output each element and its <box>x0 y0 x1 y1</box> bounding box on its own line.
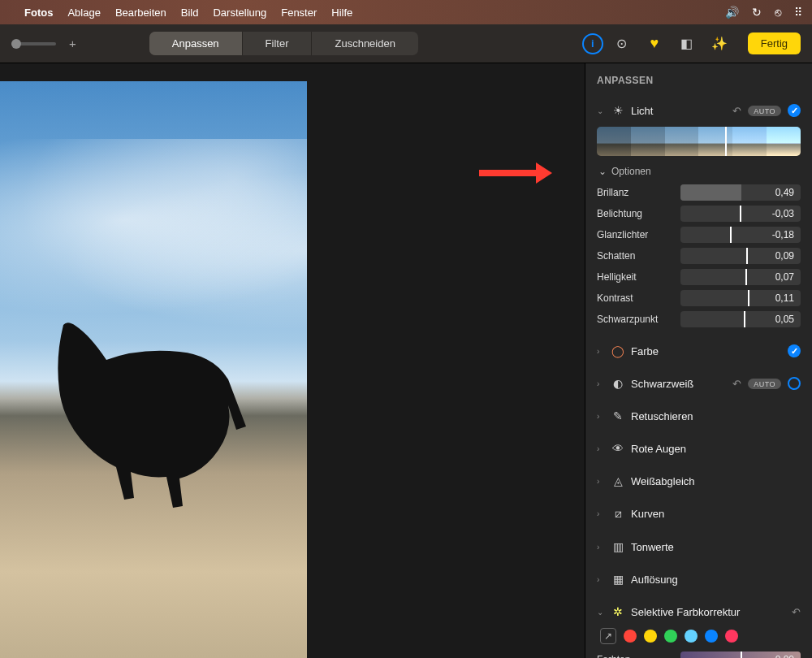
options-label: Optionen <box>611 166 651 177</box>
edit-toolbar: + Anpassen Filter Zuschneiden i ⊙ ♥ ◧ ✨ … <box>0 24 812 63</box>
chevron-down-icon: ⌄ <box>597 608 605 617</box>
chevron-right-icon: › <box>597 412 605 421</box>
bw-circle-icon: ◐ <box>611 377 624 390</box>
chevron-right-icon: › <box>597 477 605 486</box>
swatch-blue[interactable] <box>705 630 718 643</box>
slider-farbton[interactable]: Farbton 0,00 <box>597 649 801 658</box>
panel-toggle[interactable] <box>788 377 801 390</box>
tab-zuschneiden[interactable]: Zuschneiden <box>312 32 417 55</box>
slider-kontrast[interactable]: Kontrast 0,11 <box>597 288 801 309</box>
panel-farbe[interactable]: › ◯ Farbe ✓ <box>597 340 801 362</box>
zoom-in-icon[interactable]: + <box>69 37 76 50</box>
menu-darstellung[interactable]: Darstellung <box>213 6 266 19</box>
chevron-right-icon: › <box>597 444 605 453</box>
panel-weissabgleich[interactable]: › ◬ Weißabgleich <box>597 470 801 492</box>
chevron-right-icon: › <box>597 509 605 518</box>
auto-button[interactable]: AUTO <box>748 106 781 116</box>
chevron-right-icon: › <box>597 543 605 552</box>
clock-icon[interactable]: ↻ <box>752 6 762 19</box>
panel-selektiv-header[interactable]: ⌄ ✲ Selektive Farbkorrektur ↶ <box>597 600 801 623</box>
swatch-cyan[interactable] <box>685 630 698 643</box>
bluetooth-icon[interactable]: ⎋ <box>775 6 781 19</box>
swatch-yellow[interactable] <box>644 630 657 643</box>
reset-icon[interactable]: ↶ <box>732 378 741 390</box>
swatch-red[interactable] <box>624 630 637 643</box>
chevron-down-icon: ⌄ <box>598 166 607 177</box>
more-button[interactable]: ⊙ <box>608 32 636 56</box>
menu-bearbeiten[interactable]: Bearbeiten <box>115 6 166 19</box>
slider-schatten[interactable]: Schatten 0,09 <box>597 245 801 266</box>
favorite-button[interactable]: ♥ <box>641 32 668 56</box>
panel-retuschieren[interactable]: › ✎ Retuschieren <box>597 405 801 427</box>
triangle-icon: ◬ <box>611 474 624 487</box>
panel-rote-augen[interactable]: › 👁 Rote Augen <box>597 437 801 460</box>
svg-marker-1 <box>536 162 552 184</box>
app-name[interactable]: Fotos <box>24 6 53 19</box>
panel-tonwerte[interactable]: › ▥ Tonwerte <box>597 535 801 558</box>
panel-selektive-farbkorrektur: ⌄ ✲ Selektive Farbkorrektur ↶ ↗ Farbton … <box>585 595 812 658</box>
photo-preview <box>0 81 307 658</box>
curves-icon: ⧄ <box>611 507 624 521</box>
resolution-icon: ▦ <box>611 573 624 586</box>
panel-licht: ⌄ ☀ Licht ↶ AUTO ✓ ⌄ Optionen Brillanz 0… <box>585 94 812 335</box>
menu-fenster[interactable]: Fenster <box>281 6 317 19</box>
control-center-icon[interactable]: ⠿ <box>794 6 802 19</box>
menu-hilfe[interactable]: Hilfe <box>331 6 352 19</box>
panel-schwarzweiss[interactable]: › ◐ Schwarzweiß ↶ AUTO <box>597 372 801 395</box>
slider-schwarzpunkt[interactable]: Schwarzpunkt 0,05 <box>597 309 801 330</box>
slider-belichtung[interactable]: Belichtung -0,03 <box>597 203 801 224</box>
chevron-down-icon: ⌄ <box>597 106 605 115</box>
panel-licht-title: Licht <box>631 105 726 117</box>
panel-aufloesung[interactable]: › ▦ Auflösung <box>597 568 801 591</box>
slider-brillanz[interactable]: Brillanz 0,49 <box>597 182 801 203</box>
sun-icon: ☀ <box>611 104 624 117</box>
menu-bild[interactable]: Bild <box>181 6 199 19</box>
eye-icon: 👁 <box>611 442 624 455</box>
done-button[interactable]: Fertig <box>748 32 801 54</box>
zoom-slider[interactable] <box>11 42 56 45</box>
reset-icon[interactable]: ↶ <box>792 606 801 618</box>
chevron-right-icon: › <box>597 379 605 388</box>
color-ring-icon: ◯ <box>611 344 624 357</box>
swatch-green[interactable] <box>664 630 677 643</box>
tab-anpassen[interactable]: Anpassen <box>149 32 243 55</box>
palette-icon: ✲ <box>611 605 624 618</box>
chevron-right-icon: › <box>597 347 605 356</box>
tutorial-arrow <box>479 161 552 185</box>
auto-button[interactable]: AUTO <box>748 379 781 389</box>
menu-ablage[interactable]: Ablage <box>67 6 100 19</box>
options-toggle[interactable]: ⌄ Optionen <box>597 162 801 182</box>
panel-licht-header[interactable]: ⌄ ☀ Licht ↶ AUTO ✓ <box>597 99 801 122</box>
wand-button[interactable]: ✨ <box>706 32 733 56</box>
photo-canvas[interactable] <box>0 63 585 658</box>
adjust-sidebar: ANPASSEN ⌄ ☀ Licht ↶ AUTO ✓ ⌄ Optionen B… <box>585 63 812 658</box>
panel-toggle[interactable]: ✓ <box>788 104 801 117</box>
panel-toggle[interactable]: ✓ <box>788 344 801 357</box>
chevron-right-icon: › <box>597 575 605 584</box>
system-menubar: Fotos Ablage Bearbeiten Bild Darstellung… <box>0 0 812 24</box>
light-preview-marker <box>725 127 727 156</box>
edit-mode-tabs: Anpassen Filter Zuschneiden <box>149 32 418 55</box>
color-swatches: ↗ <box>597 623 801 649</box>
eyedropper-button[interactable]: ↗ <box>600 628 616 644</box>
levels-icon: ▥ <box>611 540 624 553</box>
volume-icon[interactable]: 🔊 <box>725 6 739 19</box>
sidebar-header: ANPASSEN <box>585 63 812 94</box>
slider-helligkeit[interactable]: Helligkeit 0,07 <box>597 266 801 288</box>
panel-kurven[interactable]: › ⧄ Kurven <box>597 502 801 526</box>
workspace: ANPASSEN ⌄ ☀ Licht ↶ AUTO ✓ ⌄ Optionen B… <box>0 63 812 658</box>
light-preview-strip[interactable] <box>597 127 801 156</box>
info-button[interactable]: i <box>582 33 603 54</box>
photo-content <box>15 309 258 528</box>
bandage-icon: ✎ <box>611 409 624 422</box>
slider-glanzlichter[interactable]: Glanzlichter -0,18 <box>597 224 801 245</box>
rotate-button[interactable]: ◧ <box>673 32 701 56</box>
tab-filter[interactable]: Filter <box>243 32 313 55</box>
reset-icon[interactable]: ↶ <box>732 105 741 117</box>
swatch-magenta[interactable] <box>725 630 738 643</box>
